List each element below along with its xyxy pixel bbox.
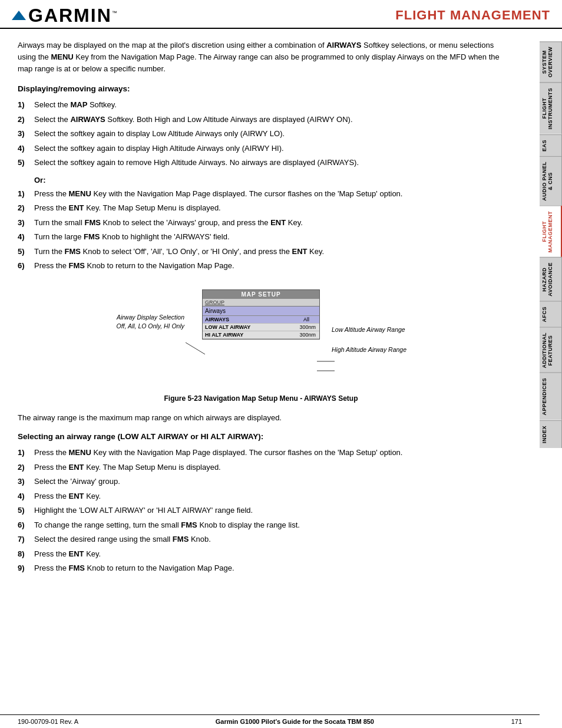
- sidebar-tab-eas[interactable]: EAS: [540, 134, 562, 156]
- sidebar-tab-system-overview[interactable]: SYSTEMOVERVIEW: [540, 41, 562, 83]
- sidebar: SYSTEMOVERVIEW FLIGHTINSTRUMENTS EAS AUD…: [540, 41, 562, 448]
- right-annotation-high: High Altitude Airway Range: [332, 346, 449, 353]
- list-item: 3) Select the softkey again to display L…: [18, 128, 504, 140]
- section2-list: 1) Press the MENU Key with the Navigatio…: [18, 447, 504, 574]
- section1b-list: 1) Press the MENU Key with the Navigatio…: [18, 188, 504, 272]
- list-item: 8) Press the ENT Key.: [18, 548, 504, 560]
- footer-center: Garmin G1000 Pilot’s Guide for the Socat…: [216, 718, 374, 725]
- list-item: 3) Turn the small FMS Knob to select the…: [18, 217, 504, 229]
- garmin-logo: GARMIN™: [12, 6, 118, 25]
- list-item: 4) Press the ENT Key.: [18, 490, 504, 502]
- logo-wordmark: GARMIN™: [28, 6, 118, 25]
- sidebar-tab-appendices[interactable]: APPENDICES: [540, 373, 562, 420]
- list-item: 2) Press the ENT Key. The Map Setup Menu…: [18, 462, 504, 473]
- sidebar-tab-hazard-avoidance[interactable]: HAZARDAVOIDANCE: [540, 257, 562, 301]
- list-item: 5) Select the softkey again to remove Hi…: [18, 157, 504, 169]
- list-item: 2) Press the ENT Key. The Map Setup Menu…: [18, 202, 504, 214]
- map-setup-box: MAP SETUP GROUP Airways AIRWAYS All LOW …: [202, 289, 320, 340]
- map-setup-panel: MAP SETUP GROUP Airways AIRWAYS All LOW …: [202, 289, 320, 340]
- map-setup-title: MAP SETUP: [203, 290, 319, 299]
- group-label: GROUP: [205, 299, 224, 305]
- right-annotation-low: Low Altitude Airway Range: [332, 326, 449, 333]
- footer-left: 190-00709-01 Rev. A: [18, 718, 78, 725]
- main-content: Airways may be displayed on the map at t…: [0, 29, 540, 593]
- svg-line-0: [186, 342, 205, 354]
- airways-row: AIRWAYS All: [203, 316, 319, 324]
- list-item: 4) Turn the large FMS Knob to highlight …: [18, 231, 504, 243]
- list-item: 1) Press the MENU Key with the Navigatio…: [18, 447, 504, 459]
- list-item: 6) Press the FMS Knob to return to the N…: [18, 260, 504, 272]
- list-item: 7) Select the desired range using the sm…: [18, 533, 504, 545]
- diagram-outer: Airway Display SelectionOff, All, LO Onl…: [72, 284, 449, 390]
- list-item: 1) Select the MAP Softkey.: [18, 99, 504, 111]
- airway-range-paragraph: The airway range is the maximum map rang…: [18, 412, 504, 424]
- sidebar-tab-flight-management[interactable]: FLIGHTMANAGEMENT: [540, 206, 562, 258]
- list-item: 3) Select the 'Airway' group.: [18, 476, 504, 487]
- list-item: 2) Select the AIRWAYS Softkey. Both High…: [18, 114, 504, 126]
- list-item: 6) To change the range setting, turn the…: [18, 519, 504, 531]
- sidebar-tab-flight-instruments[interactable]: FLIGHTINSTRUMENTS: [540, 83, 562, 134]
- hi-alt-row: HI ALT AIRWAY 300nm: [203, 331, 319, 339]
- diagram-container: Airway Display SelectionOff, All, LO Onl…: [18, 284, 504, 390]
- section1-list: 1) Select the MAP Softkey. 2) Select the…: [18, 99, 504, 169]
- sidebar-tab-additional-features[interactable]: ADDITIONALFEATURES: [540, 327, 562, 373]
- list-item: 5) Highlight the 'LOW ALT AIRWAY' or 'HI…: [18, 505, 504, 516]
- footer-right: 171: [511, 718, 522, 725]
- page-footer: 190-00709-01 Rev. A Garmin G1000 Pilot’s…: [0, 714, 540, 728]
- airways-value-row: Airways: [203, 307, 319, 316]
- sidebar-tab-index[interactable]: INDEX: [540, 420, 562, 448]
- page-title: FLIGHT MANAGEMENT: [395, 8, 550, 23]
- list-item: 9) Press the FMS Knob to return to the N…: [18, 562, 504, 574]
- page-header: GARMIN™ FLIGHT MANAGEMENT: [0, 0, 562, 29]
- list-item: 1) Press the MENU Key with the Navigatio…: [18, 188, 504, 200]
- sidebar-tab-audio-panel-cns[interactable]: AUDIO PANEL& CNS: [540, 156, 562, 206]
- section1-heading: Displaying/removing airways:: [18, 84, 504, 93]
- sidebar-tab-afcs[interactable]: AFCS: [540, 301, 562, 327]
- group-row: GROUP: [203, 299, 319, 307]
- section2-heading: Selecting an airway range (LOW ALT AIRWA…: [18, 432, 504, 441]
- figure-caption: Figure 5-23 Navigation Map Setup Menu - …: [18, 394, 504, 403]
- list-item: 4) Select the softkey again to display H…: [18, 143, 504, 154]
- intro-paragraph: Airways may be displayed on the map at t…: [18, 39, 504, 75]
- left-annotation: Airway Display SelectionOff, All, LO Onl…: [72, 313, 184, 330]
- logo-triangle-icon: [12, 11, 26, 20]
- or-text: Or:: [34, 176, 504, 185]
- list-item: 5) Turn the FMS Knob to select 'Off', 'A…: [18, 246, 504, 258]
- low-alt-row: LOW ALT AIRWAY 300nm: [203, 324, 319, 331]
